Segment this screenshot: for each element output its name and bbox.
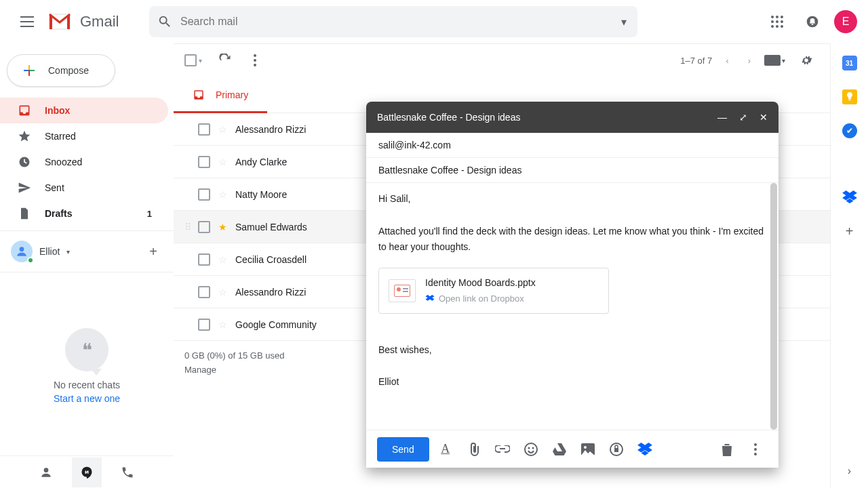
expand-icon[interactable]: ⤢ [739,112,747,123]
start-chat-link[interactable]: Start a new one [54,393,120,404]
input-tools-icon[interactable]: ▾ [764,55,785,66]
svg-point-13 [44,468,49,472]
svg-point-16 [254,64,256,66]
close-icon[interactable]: ✕ [760,112,768,123]
formatting-icon[interactable]: A [433,437,458,462]
hangouts-empty-state: ❝ No recent chats Start a new one [0,277,174,455]
contacts-tab-icon[interactable] [31,458,61,487]
star-toggle-icon[interactable]: ☆ [218,287,227,298]
compose-signoff: Best wishes, [378,342,766,359]
compose-body[interactable]: Hi Salil, Attached you'll find the deck … [366,183,778,430]
compose-footer: Send A [366,430,778,468]
settings-gear-icon[interactable] [793,47,819,73]
svg-point-7 [771,25,774,28]
row-checkbox[interactable] [198,156,210,168]
compose-attachment-chip[interactable]: Identity Mood Boards.pptx Open link on D… [378,268,609,314]
svg-point-17 [525,443,537,455]
sidebar-item-label: Inbox [45,105,70,116]
star-toggle-icon[interactable]: ☆ [218,157,227,167]
compose-more-icon[interactable] [743,437,768,462]
svg-point-4 [771,20,774,23]
send-button[interactable]: Send [377,437,429,462]
account-avatar[interactable]: E [834,10,857,33]
sidebar-item-label: Snoozed [45,157,82,167]
sidebar-item-starred[interactable]: Starred [0,123,168,149]
presence-indicator [27,257,34,264]
minimize-icon[interactable]: ― [717,112,727,123]
page-next-icon[interactable]: › [743,52,756,70]
attach-file-icon[interactable] [462,437,486,462]
keep-addon-icon[interactable] [842,89,857,104]
sidebar-item-inbox[interactable]: Inbox [0,98,168,123]
search-options-dropdown[interactable]: ▾ [618,16,629,28]
row-checkbox[interactable] [198,221,210,233]
sidebar-item-sent[interactable]: Sent [0,175,168,201]
file-icon [18,207,31,220]
compose-titlebar[interactable]: Battlesnake Coffee - Design ideas ― ⤢ ✕ [366,102,778,133]
mail-sender: Alessandro Rizzi [235,124,306,135]
tab-label: Primary [216,89,248,100]
get-addons-icon[interactable]: + [842,224,857,239]
search-icon[interactable] [157,14,172,29]
svg-point-3 [781,16,783,18]
row-checkbox[interactable] [198,286,210,298]
hangouts-user[interactable]: Elliot ▾ + [0,235,174,268]
notifications-icon[interactable] [799,8,826,35]
sidebar-item-label: Sent [45,182,64,193]
insert-drive-icon[interactable] [547,437,572,462]
right-side-panel: 31 ✔ + › [830,43,868,488]
row-checkbox[interactable] [198,253,210,266]
phone-tab-icon[interactable] [113,458,142,487]
compose-to-field[interactable]: salil@ink-42.com [366,133,778,158]
dropbox-insert-icon[interactable] [633,437,657,462]
row-checkbox[interactable] [198,123,210,136]
add-contact-icon[interactable]: + [149,244,157,260]
calendar-addon-icon[interactable]: 31 [842,56,857,70]
insert-photo-icon[interactable] [576,437,600,462]
more-options-icon[interactable] [248,49,262,72]
compose-button[interactable]: Compose [7,54,115,87]
row-checkbox[interactable] [198,319,210,331]
star-toggle-icon[interactable]: ☆ [218,254,227,265]
hangouts-tabs [0,455,174,488]
star-toggle-icon[interactable]: ☆ [218,319,227,330]
sidebar-item-snoozed[interactable]: Snoozed [0,149,168,175]
svg-rect-23 [614,448,618,452]
svg-point-18 [528,447,530,449]
compose-subject-field[interactable]: Battlesnake Coffee - Design ideas [366,158,778,183]
compose-title: Battlesnake Coffee - Design ideas [377,112,520,123]
dropbox-addon-icon[interactable] [842,190,857,205]
insert-emoji-icon[interactable] [519,437,543,462]
gmail-logo[interactable]: Gmail [49,13,144,30]
pagination-range: 1–7 of 7 [680,56,712,66]
collapse-panel-icon[interactable]: › [848,465,851,477]
star-toggle-icon[interactable]: ☆ [218,189,227,200]
mail-sender: Andy Clarke [235,157,287,167]
drafts-count: 1 [147,209,152,219]
star-toggle-icon[interactable]: ★ [218,222,227,232]
star-toggle-icon[interactable]: ☆ [218,124,227,135]
confidential-mode-icon[interactable] [604,437,629,462]
inbox-icon [18,104,31,117]
page-prev-icon[interactable]: ‹ [720,52,734,70]
apps-grid-icon[interactable] [764,8,791,35]
insert-link-icon[interactable] [490,437,515,462]
tasks-addon-icon[interactable]: ✔ [842,123,857,138]
inbox-icon [193,89,205,101]
compose-scrollbar[interactable] [770,183,777,430]
chat-empty-text: No recent chats [54,380,120,390]
refresh-icon[interactable] [213,48,237,73]
app-header: Gmail ▾ E [0,0,868,43]
compose-label: Compose [48,65,89,76]
row-checkbox[interactable] [198,188,210,201]
compose-greeting: Hi Salil, [378,191,766,207]
main-menu-button[interactable] [11,5,43,38]
hangouts-tab-icon[interactable] [72,458,102,487]
search-input[interactable] [180,16,618,28]
sidebar-item-drafts[interactable]: Drafts 1 [0,201,168,226]
discard-draft-icon[interactable] [715,437,739,462]
tab-primary[interactable]: Primary [174,77,267,113]
search-bar[interactable]: ▾ [149,6,637,37]
select-all-checkbox[interactable]: ▾ [184,54,202,66]
user-avatar-icon [11,241,33,262]
